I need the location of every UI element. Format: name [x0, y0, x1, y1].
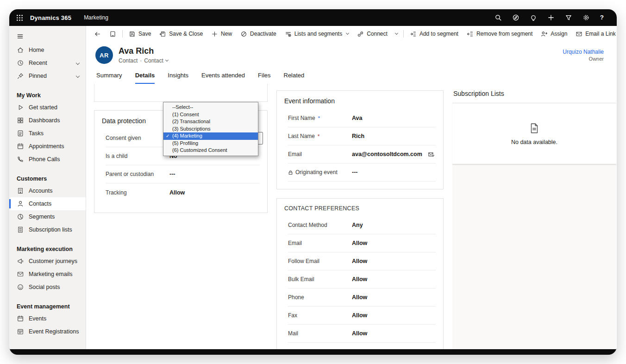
field-bulk-email: Bulk Email Allow	[288, 270, 436, 289]
sidebar-item-contacts[interactable]: Contacts	[9, 197, 86, 210]
compass-icon[interactable]	[512, 14, 520, 21]
tab-summary[interactable]: Summary	[96, 72, 122, 84]
task-icon	[17, 130, 24, 137]
tab-insights[interactable]: Insights	[168, 72, 188, 84]
field-value[interactable]: Allow	[352, 312, 436, 319]
sidebar-item-marketing-emails[interactable]: Marketing emails	[9, 268, 86, 281]
email-compose-icon[interactable]	[428, 151, 435, 158]
home-icon	[17, 46, 24, 54]
save-button[interactable]: Save	[125, 27, 155, 40]
command-bar: Save Save & Close New Deactivate Lists a…	[86, 26, 617, 42]
form-name: Contact	[144, 57, 163, 64]
chevron-down-icon	[395, 31, 398, 35]
field-value[interactable]: Rich	[352, 133, 436, 139]
document-icon	[528, 122, 540, 134]
divider	[403, 30, 404, 38]
tab-details[interactable]: Details	[135, 72, 155, 84]
field-value[interactable]: Allow	[169, 189, 260, 196]
hamburger-menu-icon[interactable]	[9, 29, 86, 44]
chevron-down-icon	[346, 31, 349, 35]
sidebar-item-customer-journeys[interactable]: Customer journeys	[9, 255, 86, 268]
sidebar-item-event-registrations[interactable]: Event Registrations	[9, 325, 86, 338]
field-last-name: Last Name* Rich	[288, 127, 436, 145]
field-value[interactable]: Allow	[352, 240, 436, 246]
owner-link[interactable]: Urquizo Nathalie	[563, 49, 604, 55]
save-close-icon	[159, 31, 166, 38]
app-body: Home Recent Pinned My Work Get started D…	[9, 26, 617, 349]
sidebar-item-pinned[interactable]: Pinned	[9, 69, 86, 82]
back-button[interactable]	[90, 27, 105, 40]
field-label: Fax	[288, 312, 352, 319]
search-icon[interactable]	[495, 14, 502, 21]
field-value[interactable]: Allow	[352, 294, 436, 301]
add-to-segment-button[interactable]: Add to segment	[406, 27, 463, 40]
section-title: Event information	[277, 96, 443, 109]
checkmark-icon: ✓	[166, 132, 169, 140]
connect-dropdown-chevron[interactable]	[392, 27, 401, 40]
dropdown-option[interactable]: (2) Transactional	[163, 118, 258, 126]
sidebar-item-recent[interactable]: Recent	[9, 56, 86, 69]
dropdown-option[interactable]: (3) Subscriptions	[163, 126, 258, 133]
app-name[interactable]: Marketing	[84, 14, 108, 21]
plus-icon	[211, 31, 218, 38]
sidebar-item-home[interactable]: Home	[9, 44, 86, 56]
remove-from-segment-button[interactable]: Remove from segment	[463, 27, 537, 40]
sidebar-item-accounts[interactable]: Accounts	[9, 184, 86, 197]
sidebar-item-get-started[interactable]: Get started	[9, 101, 86, 114]
field-value[interactable]: Allow	[352, 276, 436, 282]
field-value[interactable]: ava@contosoltdcom.com	[352, 151, 422, 157]
partially-scrolled-card	[94, 84, 268, 102]
field-fax: Fax Allow	[288, 307, 436, 325]
lists-and-segments-button[interactable]: Lists and segments	[281, 27, 353, 40]
tab-files[interactable]: Files	[258, 72, 270, 84]
quick-create-plus-icon[interactable]	[547, 14, 555, 21]
record-subtitle[interactable]: Contact · Contact	[119, 57, 168, 64]
gear-icon[interactable]	[582, 14, 590, 21]
back-arrow-icon	[94, 31, 101, 38]
field-label: Follow Email	[288, 258, 352, 264]
sidebar-item-phone-calls[interactable]: Phone Calls	[9, 153, 86, 166]
field-value[interactable]: Do not allow	[352, 348, 436, 349]
save-and-close-button[interactable]: Save & Close	[155, 27, 207, 40]
pin-icon	[17, 72, 24, 80]
sidebar-item-dashboards[interactable]: Dashboards	[9, 114, 86, 127]
assign-button[interactable]: Assign	[537, 27, 571, 40]
field-label: Consent given	[106, 135, 169, 141]
dropdown-option-selected[interactable]: ✓(4) Marketing	[163, 132, 258, 140]
sidebar-item-social-posts[interactable]: Social posts	[9, 281, 86, 294]
tab-events-attended[interactable]: Events attended	[201, 72, 245, 84]
field-value[interactable]: Any	[352, 222, 436, 228]
field-email: Email ava@contosoltdcom.com	[288, 145, 436, 163]
filter-icon[interactable]	[565, 14, 572, 21]
lightbulb-icon[interactable]	[530, 14, 537, 21]
dropdown-option[interactable]: (6) Customized Consent	[163, 147, 258, 154]
field-value[interactable]: Allow	[352, 258, 436, 264]
dropdown-option[interactable]: --Select--	[163, 104, 258, 111]
sidebar-item-subscription-lists[interactable]: Subscription lists	[9, 223, 86, 236]
tab-related[interactable]: Related	[284, 72, 305, 84]
waffle-menu-icon[interactable]	[16, 14, 23, 21]
connect-icon	[357, 31, 364, 38]
connect-button[interactable]: Connect	[353, 27, 392, 40]
sidebar-item-segments[interactable]: Segments	[9, 210, 86, 223]
form-tabs: Summary Details Insights Events attended…	[86, 69, 617, 84]
new-button[interactable]: New	[207, 27, 236, 40]
phone-icon	[17, 156, 24, 163]
lock-icon	[288, 170, 293, 175]
sidebar-item-appointments[interactable]: Appointments	[9, 140, 86, 153]
record-header: AR Ava Rich Contact · Contact Urquizo Na…	[86, 42, 617, 69]
field-value[interactable]: ---	[169, 171, 260, 177]
field-label: Tracking	[106, 189, 169, 196]
help-icon[interactable]: ?	[600, 14, 604, 21]
field-value[interactable]: Ava	[352, 115, 436, 121]
sidebar-item-tasks[interactable]: Tasks	[9, 127, 86, 140]
sidebar-item-events[interactable]: Events	[9, 312, 86, 325]
form-switcher-button[interactable]	[105, 27, 120, 40]
field-value[interactable]: Allow	[352, 330, 436, 337]
entity-type: Contact	[119, 57, 138, 64]
email-a-link-button[interactable]: Email a Link	[571, 27, 617, 40]
dropdown-option[interactable]: (5) Profiling	[163, 140, 258, 147]
deactivate-button[interactable]: Deactivate	[236, 27, 281, 40]
brand-title[interactable]: Dynamics 365	[30, 14, 71, 21]
dropdown-option[interactable]: (1) Consent	[163, 111, 258, 119]
